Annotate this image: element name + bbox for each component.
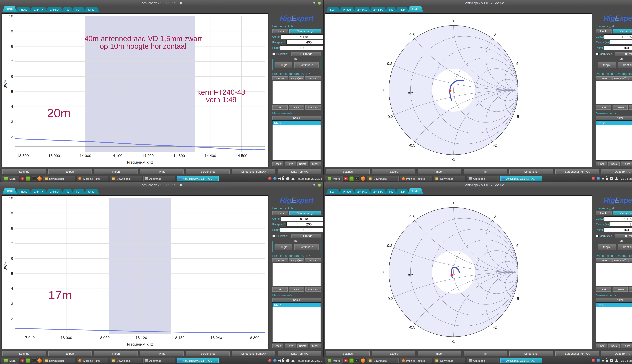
network-icon[interactable] bbox=[615, 177, 618, 180]
network-icon[interactable] bbox=[291, 177, 295, 180]
menu-button[interactable]: Menu bbox=[325, 176, 342, 181]
measurements-list[interactable]: DK20 bbox=[596, 120, 632, 160]
tray-red-icon[interactable] bbox=[268, 177, 272, 180]
data-from-aa-button[interactable]: Data from AA bbox=[601, 351, 632, 356]
swr-chart-panel[interactable]: 1234567891013 80013 90014 00014 10014 20… bbox=[2, 14, 268, 167]
open-button[interactable]: Open bbox=[596, 344, 607, 348]
taskbar-window-downloads-1[interactable]: [Downloads] bbox=[43, 358, 75, 363]
screenshot-button[interactable]: Screenshot bbox=[510, 351, 553, 356]
taskbar-window-firefox[interactable]: [Mozilla Firefox] bbox=[76, 176, 108, 181]
tab-z-series[interactable]: Z=R+jX bbox=[30, 189, 48, 194]
taskbar-window-antscope[interactable]: AntScope2 v.1.0.17 - A... bbox=[176, 176, 218, 181]
titlebar[interactable]: AntScope2 v.1.0.17 - AA-520 bbox=[0, 0, 323, 6]
limits-button[interactable]: Limits bbox=[272, 211, 288, 215]
battery-icon[interactable] bbox=[606, 359, 608, 362]
tab-phase[interactable]: Phase bbox=[339, 189, 355, 194]
screenshot-from-aa-button[interactable]: Screenshot from AA bbox=[232, 351, 276, 356]
terminal-icon[interactable] bbox=[32, 358, 36, 363]
tab-z-series[interactable]: Z=R+jX bbox=[30, 7, 48, 12]
update-badge[interactable]: 0 bbox=[20, 359, 24, 362]
single-button[interactable]: Single bbox=[274, 244, 292, 250]
limits-button[interactable]: Limits bbox=[596, 29, 612, 33]
delete-measurement-button[interactable]: Delete bbox=[297, 344, 308, 348]
clear-button[interactable]: Clear bbox=[310, 344, 321, 348]
continuous-button[interactable]: Continuous bbox=[294, 244, 318, 250]
menu-button[interactable]: Menu bbox=[2, 176, 19, 181]
delete-measurement-button[interactable]: Delete bbox=[621, 344, 632, 348]
taskbar-window-downloads-2[interactable]: [Downloads] bbox=[110, 358, 142, 363]
volume-icon[interactable] bbox=[278, 359, 281, 362]
smith-chart-panel[interactable]: 10.520.250-0.2-0.5-1-2-50.20.51 bbox=[325, 14, 592, 167]
presets-col-center[interactable]: Center bbox=[272, 258, 288, 262]
print-button[interactable]: Print bbox=[464, 351, 507, 356]
presets-list[interactable] bbox=[596, 263, 632, 286]
taskbar-window-downloads-1[interactable]: [Downloads] bbox=[43, 176, 75, 181]
move-up-button[interactable]: Move up bbox=[306, 105, 321, 110]
points-input[interactable] bbox=[280, 46, 323, 50]
minimize-icon[interactable] bbox=[308, 186, 310, 186]
close-icon[interactable] bbox=[318, 2, 321, 5]
presets-list[interactable] bbox=[272, 81, 321, 104]
shield-icon[interactable] bbox=[610, 177, 613, 180]
taskbar-window-firefox[interactable]: [Mozilla Firefox] bbox=[400, 358, 432, 363]
presets-col-points[interactable]: Points bbox=[305, 76, 321, 80]
terminal-icon[interactable] bbox=[355, 176, 359, 181]
taskbar-window-downloads-2[interactable]: [Downloads] bbox=[434, 176, 465, 181]
firefox-icon[interactable] bbox=[361, 176, 365, 181]
tab-swr[interactable]: SWR bbox=[2, 6, 17, 12]
delete-measurement-button[interactable]: Delete bbox=[297, 162, 308, 166]
single-button[interactable]: Single bbox=[274, 62, 292, 68]
battery-icon[interactable] bbox=[282, 177, 284, 180]
measurement-item[interactable]: DK20 bbox=[596, 120, 632, 125]
calibration-checkbox[interactable] bbox=[272, 52, 275, 55]
tray-blue-icon[interactable] bbox=[274, 177, 277, 180]
measurements-col-name[interactable]: Name bbox=[272, 298, 321, 302]
points-input[interactable] bbox=[280, 228, 323, 232]
points-input[interactable] bbox=[604, 46, 632, 50]
taskbar-window-antscope[interactable]: AntScope2 v.1.0.17 - A... bbox=[500, 358, 542, 363]
move-up-button[interactable]: Move up bbox=[306, 287, 321, 292]
move-up-button[interactable]: Move up bbox=[629, 105, 632, 110]
center-range-button[interactable]: Center, range bbox=[290, 211, 321, 215]
presets-list[interactable] bbox=[272, 263, 321, 286]
center-input[interactable] bbox=[281, 217, 323, 221]
tray-red-icon[interactable] bbox=[592, 359, 595, 362]
range-input[interactable] bbox=[287, 40, 323, 44]
import-button[interactable]: Import bbox=[94, 351, 138, 356]
export-button[interactable]: Export bbox=[48, 351, 92, 356]
files-icon[interactable] bbox=[26, 176, 30, 181]
screenshot-from-aa-button[interactable]: Screenshot from AA bbox=[232, 169, 276, 174]
tab-z-parallel[interactable]: Z=R||jX bbox=[46, 7, 63, 12]
tab-swr[interactable]: SWR bbox=[326, 189, 340, 194]
titlebar[interactable]: AntScope2 v.1.0.17 - AA-520 bbox=[324, 182, 632, 188]
files-icon[interactable] bbox=[26, 358, 30, 363]
settings-button[interactable]: Settings bbox=[326, 169, 370, 174]
continuous-button[interactable]: Continuous bbox=[294, 62, 318, 68]
center-input[interactable] bbox=[281, 35, 323, 39]
tab-tdr[interactable]: TDR bbox=[396, 189, 409, 194]
presets-list[interactable] bbox=[596, 81, 632, 104]
tray-blue-icon[interactable] bbox=[597, 359, 600, 362]
export-button[interactable]: Export bbox=[48, 169, 92, 174]
calibration-checkbox[interactable] bbox=[596, 52, 599, 55]
export-button[interactable]: Export bbox=[372, 351, 415, 356]
single-button[interactable]: Single bbox=[598, 62, 616, 68]
import-button[interactable]: Import bbox=[418, 351, 461, 356]
save-button[interactable]: Save bbox=[608, 344, 620, 348]
tab-rl[interactable]: RL bbox=[62, 7, 73, 12]
update-badge[interactable]: 0 bbox=[344, 359, 348, 362]
files-icon[interactable] bbox=[349, 358, 354, 363]
network-icon[interactable] bbox=[615, 359, 618, 362]
add-button[interactable]: Add bbox=[272, 287, 288, 292]
taskbar-window-appimage[interactable]: AppImage bbox=[467, 358, 499, 363]
taskbar-window-appimage[interactable]: AppImage bbox=[143, 176, 175, 181]
shield-icon[interactable] bbox=[286, 359, 290, 362]
range-input[interactable] bbox=[287, 222, 323, 226]
titlebar[interactable]: AntScope2 v.1.0.17 - AA-520 bbox=[0, 182, 323, 188]
terminal-icon[interactable] bbox=[355, 358, 359, 363]
data-from-aa-button[interactable]: Data from AA bbox=[278, 169, 321, 174]
calibration-checkbox[interactable] bbox=[596, 234, 599, 237]
limits-button[interactable]: Limits bbox=[596, 211, 612, 215]
delete-preset-button[interactable]: Delete bbox=[289, 105, 304, 110]
tab-swr[interactable]: SWR bbox=[326, 7, 340, 12]
